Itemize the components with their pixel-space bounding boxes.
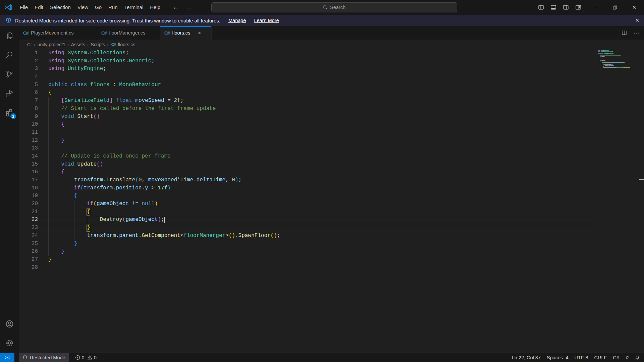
eol-status[interactable]: CRLF bbox=[591, 355, 610, 360]
code-line[interactable]: 2using System.Collections.Generic; bbox=[19, 57, 644, 65]
minimize-button[interactable]: ─ bbox=[586, 0, 605, 15]
back-arrow-icon[interactable]: ← bbox=[172, 4, 179, 11]
notifications-bell-icon[interactable] bbox=[632, 355, 644, 360]
restricted-mode-status[interactable]: Restricted Mode bbox=[19, 353, 69, 362]
code-line[interactable]: 27} bbox=[19, 256, 644, 264]
line-number[interactable]: 3 bbox=[19, 65, 38, 73]
code-line[interactable]: 6{ bbox=[19, 89, 644, 97]
code-line[interactable]: 9 void Start() bbox=[19, 113, 644, 121]
line-number[interactable]: 26 bbox=[19, 248, 38, 256]
breadcrumb-scripts[interactable]: Scripts bbox=[91, 42, 105, 47]
line-number[interactable]: 9 bbox=[19, 113, 38, 121]
breadcrumb-file[interactable]: floors.cs bbox=[118, 42, 135, 47]
code-line[interactable]: 11 bbox=[19, 129, 644, 137]
code-line[interactable]: 4 bbox=[19, 73, 644, 81]
code-line[interactable]: 26 } bbox=[19, 248, 644, 256]
accounts-icon[interactable] bbox=[0, 314, 19, 334]
breadcrumb-drive[interactable]: C: bbox=[27, 42, 32, 47]
breadcrumb-assets[interactable]: Assets bbox=[71, 42, 85, 47]
line-number[interactable]: 18 bbox=[19, 184, 38, 192]
encoding-status[interactable]: UTF-8 bbox=[571, 355, 591, 360]
line-number[interactable]: 2 bbox=[19, 57, 38, 65]
extensions-icon[interactable]: 2 bbox=[0, 103, 19, 122]
breadcrumb-project[interactable]: unity project1 bbox=[38, 42, 65, 47]
toggle-sidebar-icon[interactable] bbox=[538, 4, 544, 11]
line-number[interactable]: 19 bbox=[19, 192, 38, 200]
customize-layout-icon[interactable] bbox=[575, 4, 582, 11]
problems-status[interactable]: 0 0 bbox=[73, 355, 99, 360]
line-number[interactable]: 20 bbox=[19, 200, 38, 208]
menu-file[interactable]: File bbox=[16, 2, 31, 12]
run-debug-icon[interactable] bbox=[0, 83, 19, 103]
line-number[interactable]: 12 bbox=[19, 137, 38, 145]
settings-gear-icon[interactable] bbox=[0, 334, 19, 353]
line-number[interactable]: 7 bbox=[19, 97, 38, 105]
line-number[interactable]: 13 bbox=[19, 144, 38, 153]
explorer-icon[interactable] bbox=[0, 26, 19, 45]
tab-floors[interactable]: C# floors.cs ✕ bbox=[160, 26, 212, 40]
line-number[interactable]: 1 bbox=[19, 49, 38, 57]
code-line[interactable]: 18 if(transform.position.y > 17f) bbox=[19, 184, 644, 192]
line-number[interactable]: 8 bbox=[19, 105, 38, 113]
remote-indicator[interactable]: >< bbox=[0, 353, 14, 362]
menu-terminal[interactable]: Terminal bbox=[121, 2, 147, 12]
code-line[interactable]: 1using System.Collections; bbox=[19, 49, 644, 57]
banner-close-icon[interactable]: ✕ bbox=[635, 17, 639, 23]
line-col-status[interactable]: Ln 22, Col 37 bbox=[509, 355, 544, 360]
manage-link[interactable]: Manage bbox=[228, 18, 246, 23]
more-actions-icon[interactable]: ⋯ bbox=[633, 29, 639, 37]
code-line[interactable]: 23 } bbox=[19, 224, 644, 232]
toggle-panel-icon[interactable] bbox=[550, 4, 557, 11]
line-number[interactable]: 10 bbox=[19, 121, 38, 129]
code-line[interactable]: 28 bbox=[19, 264, 644, 272]
restore-button[interactable] bbox=[605, 0, 625, 15]
tab-playermovement[interactable]: C# PlayerMovement.cs bbox=[19, 26, 97, 40]
menu-run[interactable]: Run bbox=[105, 2, 121, 12]
search-sidebar-icon[interactable] bbox=[0, 45, 19, 64]
line-number[interactable]: 14 bbox=[19, 153, 38, 161]
code-line[interactable]: 15 void Update() bbox=[19, 161, 644, 169]
line-number[interactable]: 15 bbox=[19, 161, 38, 169]
code-line[interactable]: 13 bbox=[19, 144, 644, 153]
line-number[interactable]: 23 bbox=[19, 224, 38, 232]
toggle-secondary-sidebar-icon[interactable] bbox=[562, 4, 569, 11]
minimap[interactable] bbox=[597, 50, 639, 90]
code-line[interactable]: 10 { bbox=[19, 121, 644, 129]
line-number[interactable]: 27 bbox=[19, 256, 38, 264]
tab-floormanerger[interactable]: C# floorManerger.cs bbox=[97, 26, 160, 40]
learn-more-link[interactable]: Learn More bbox=[254, 18, 279, 23]
code-line[interactable]: 17 transform.Translate(0, moveSpeed*Time… bbox=[19, 176, 644, 184]
code-line[interactable]: 8 // Start is called before the first fr… bbox=[19, 105, 644, 113]
menu-selection[interactable]: Selection bbox=[47, 2, 74, 12]
feedback-icon[interactable] bbox=[622, 355, 632, 360]
code-line[interactable]: 25 } bbox=[19, 240, 644, 248]
code-line[interactable]: 7 [SerializeField] float moveSpeed = 2f; bbox=[19, 97, 644, 105]
code-line[interactable]: 5public class floors : MonoBehaviour bbox=[19, 81, 644, 89]
close-window-button[interactable]: ✕ bbox=[625, 0, 644, 15]
source-control-icon[interactable] bbox=[0, 64, 19, 83]
code-line[interactable]: 20 if(gameObject != null) bbox=[19, 200, 644, 208]
menu-view[interactable]: View bbox=[74, 2, 92, 12]
line-number[interactable]: 24 bbox=[19, 232, 38, 240]
line-number[interactable]: 17 bbox=[19, 176, 38, 184]
command-center-search[interactable]: Search bbox=[211, 2, 457, 12]
line-number[interactable]: 5 bbox=[19, 81, 38, 89]
code-line[interactable]: 3using UnityEngine; bbox=[19, 65, 644, 73]
menu-help[interactable]: Help bbox=[147, 2, 164, 12]
indentation-status[interactable]: Spaces: 4 bbox=[544, 355, 572, 360]
code-line[interactable]: 19 { bbox=[19, 192, 644, 200]
code-line[interactable]: 24 transform.parent.GetComponent<floorMa… bbox=[19, 232, 644, 240]
code-line[interactable]: 16 { bbox=[19, 168, 644, 176]
code-editor[interactable]: 1using System.Collections;2using System.… bbox=[19, 49, 644, 353]
code-line[interactable]: 12 } bbox=[19, 137, 644, 145]
menu-edit[interactable]: Edit bbox=[31, 2, 47, 12]
line-number[interactable]: 4 bbox=[19, 73, 38, 81]
split-editor-icon[interactable] bbox=[621, 30, 627, 36]
line-number[interactable]: 22 bbox=[19, 216, 38, 224]
line-number[interactable]: 21 bbox=[19, 208, 38, 216]
line-number[interactable]: 6 bbox=[19, 89, 38, 97]
code-line[interactable]: 14 // Update is called once per frame bbox=[19, 153, 644, 161]
line-number[interactable]: 11 bbox=[19, 129, 38, 137]
menu-go[interactable]: Go bbox=[92, 2, 105, 12]
tab-close-icon[interactable]: ✕ bbox=[198, 31, 201, 36]
